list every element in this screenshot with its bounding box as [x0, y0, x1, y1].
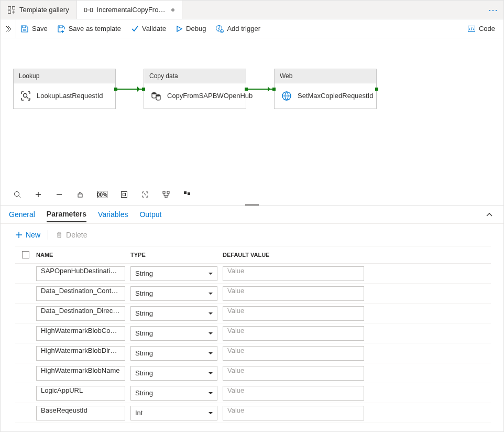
svg-rect-0 — [8, 6, 11, 9]
tab-parameters[interactable]: Parameters — [47, 207, 86, 222]
node-output-connector[interactable] — [375, 88, 378, 91]
chevron-right-icon — [5, 26, 12, 32]
layout-button[interactable] — [183, 190, 191, 199]
tab-template-gallery[interactable]: Template gallery — [1, 1, 77, 19]
node-input-connector[interactable] — [142, 88, 145, 91]
collapse-properties-button[interactable] — [484, 210, 495, 219]
param-name-input[interactable]: Data_Destination_Container — [36, 286, 125, 301]
col-type[interactable]: TYPE — [130, 252, 223, 258]
tab-more-button[interactable]: ⋯ — [483, 1, 503, 19]
delete-label: Delete — [66, 231, 87, 239]
validate-button[interactable]: Validate — [130, 25, 166, 33]
svg-rect-3 — [84, 8, 86, 12]
unsaved-dot-icon — [171, 8, 174, 12]
svg-rect-2 — [8, 10, 11, 13]
param-name-input[interactable]: HighWatermarkBlobDirector — [36, 346, 125, 361]
add-trigger-button[interactable]: Add trigger — [215, 25, 260, 33]
chevron-down-icon — [209, 412, 213, 416]
svg-point-9 — [152, 92, 156, 94]
param-default-input[interactable]: Value — [223, 326, 364, 341]
code-icon — [467, 25, 476, 33]
zoom-100-button[interactable]: 00% — [97, 191, 107, 198]
svg-rect-17 — [167, 191, 169, 193]
tab-label: IncrementalCopyFro… — [97, 6, 166, 14]
table-row: Data_Destination_ContainerStringValue — [15, 284, 491, 304]
plus-icon — [15, 231, 23, 239]
param-default-input[interactable]: Value — [223, 386, 364, 401]
col-default[interactable]: DEFAULT VALUE — [223, 252, 364, 258]
new-label: New — [26, 231, 40, 239]
tab-output[interactable]: Output — [139, 207, 161, 222]
tab-general[interactable]: General — [9, 207, 35, 222]
chevron-down-icon — [209, 273, 213, 277]
svg-rect-4 — [90, 8, 92, 12]
param-default-input[interactable]: Value — [223, 306, 364, 321]
activity-lookup[interactable]: Lookup LookupLastRequestId — [13, 69, 116, 109]
expand-panel-button[interactable] — [1, 19, 16, 38]
add-trigger-label: Add trigger — [227, 25, 260, 33]
tab-bar: Template gallery IncrementalCopyFro… ⋯ — [1, 1, 503, 19]
table-header: NAME TYPE DEFAULT VALUE — [15, 246, 491, 264]
activity-name: LookupLastRequestId — [37, 92, 103, 100]
play-icon — [176, 25, 183, 33]
chevron-down-icon — [209, 293, 213, 297]
activity-web[interactable]: Web SetMaxCopiedRequestId — [274, 69, 377, 109]
svg-point-12 — [15, 192, 19, 197]
check-icon — [130, 25, 139, 33]
param-type-select[interactable]: Int — [130, 406, 217, 420]
new-parameter-button[interactable]: New — [15, 231, 40, 239]
col-name[interactable]: NAME — [36, 252, 130, 258]
param-name-input[interactable]: LogicAppURL — [36, 386, 125, 401]
auto-align-button[interactable] — [162, 190, 170, 199]
param-name-input[interactable]: HighWatermarkBlobContain — [36, 326, 125, 341]
activity-type-label: Web — [275, 69, 376, 83]
code-label: Code — [479, 25, 495, 33]
table-row: LogicAppURLStringValue — [15, 383, 491, 403]
select-all-checkbox[interactable] — [22, 251, 29, 258]
activity-name: CopyFromSAPBWOpenHub — [167, 92, 253, 100]
param-type-select[interactable]: String — [130, 266, 217, 281]
svg-rect-20 — [188, 192, 190, 195]
debug-button[interactable]: Debug — [176, 25, 206, 33]
table-row: HighWatermarkBlobContainStringValue — [15, 323, 491, 343]
param-type-select[interactable]: String — [130, 366, 217, 381]
activity-name: SetMaxCopiedRequestId — [298, 92, 374, 100]
param-type-select[interactable]: String — [130, 306, 217, 321]
param-default-input[interactable]: Value — [223, 266, 364, 281]
param-default-input[interactable]: Value — [223, 346, 364, 361]
fit-screen-button[interactable] — [120, 190, 128, 199]
table-row: BaseReqeustIdIntValue — [15, 403, 491, 423]
code-button[interactable]: Code — [467, 19, 503, 38]
param-default-input[interactable]: Value — [223, 406, 364, 420]
save-as-template-button[interactable]: Save as template — [57, 25, 121, 33]
separator — [48, 230, 48, 240]
trash-icon — [56, 231, 63, 239]
tab-variables[interactable]: Variables — [98, 207, 128, 222]
properties-tabs: General Parameters Variables Output — [1, 205, 503, 224]
zoom-search-button[interactable] — [13, 190, 21, 199]
chevron-down-icon — [209, 372, 213, 376]
svg-rect-16 — [163, 191, 165, 193]
param-name-input[interactable]: Data_Destination_Directory — [36, 306, 125, 321]
param-type-select[interactable]: String — [130, 386, 217, 401]
param-name-input[interactable]: BaseReqeustId — [36, 406, 125, 420]
param-default-input[interactable]: Value — [223, 366, 364, 381]
activity-type-label: Copy data — [144, 69, 246, 83]
fullscreen-button[interactable] — [141, 190, 149, 199]
param-type-select[interactable]: String — [130, 286, 217, 301]
tab-pipeline[interactable]: IncrementalCopyFro… — [77, 1, 183, 19]
zoom-in-button[interactable] — [34, 190, 42, 199]
zoom-out-button[interactable] — [55, 190, 63, 199]
param-name-input[interactable]: SAPOpenHubDestinationNa — [36, 266, 125, 281]
pipeline-canvas[interactable]: Lookup LookupLastRequestId Copy data Cop… — [1, 38, 503, 184]
param-default-input[interactable]: Value — [223, 286, 364, 301]
param-type-select[interactable]: String — [130, 346, 217, 361]
param-type-select[interactable]: String — [130, 326, 217, 341]
param-name-input[interactable]: HighWatermarkBlobName — [36, 366, 125, 381]
chevron-down-icon — [209, 332, 213, 337]
activity-copy[interactable]: Copy data CopyFromSAPBWOpenHub — [144, 69, 246, 109]
node-input-connector[interactable] — [272, 88, 276, 91]
lock-button[interactable] — [76, 190, 84, 199]
svg-rect-1 — [13, 6, 15, 9]
save-button[interactable]: Save — [20, 25, 48, 33]
